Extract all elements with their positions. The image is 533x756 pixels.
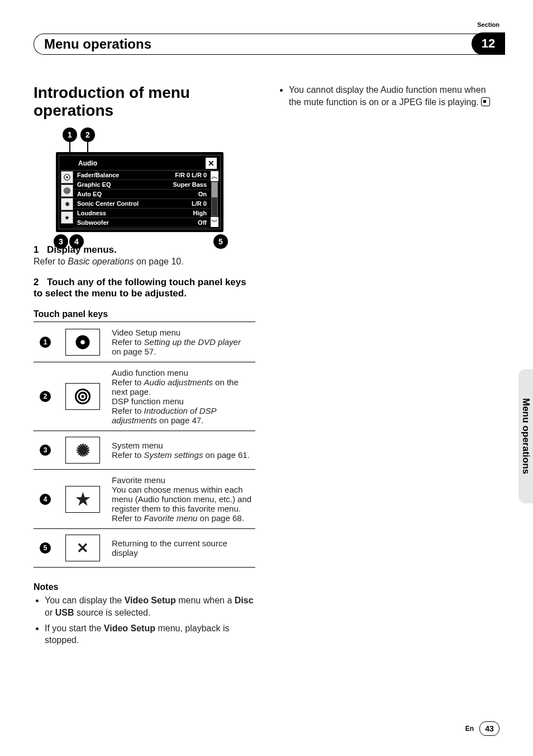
list-item[interactable]: Auto EQOn (74, 190, 210, 199)
touch-panel-keys-title: Touch panel keys (34, 309, 255, 319)
row-desc: System menu Refer to System settings on … (108, 431, 255, 470)
list-item[interactable]: LoudnessHigh (74, 209, 210, 218)
row-callout: 4 (40, 494, 51, 505)
video-setup-tab-icon[interactable] (61, 171, 73, 183)
system-tab-icon[interactable]: ✺ (61, 198, 73, 210)
table-row: 4 ★ Favorite menu You can choose menus w… (34, 470, 255, 529)
side-tab-label: Menu operations (520, 398, 531, 474)
ss-title: Audio (78, 159, 97, 167)
close-icon[interactable]: ✕ (206, 158, 217, 169)
row-desc: Returning to the current source display (108, 529, 255, 568)
right-note-item: You cannot display the Audio function me… (289, 84, 499, 109)
scroll-down-icon[interactable]: ︾ (211, 217, 218, 227)
favorite-tab-icon[interactable]: ★ (61, 211, 73, 224)
example-screenshot: 1 2 Audio ✕ (56, 127, 240, 234)
side-tab: Menu operations (518, 369, 533, 503)
header-pill: Menu operations (34, 34, 499, 55)
audio-function-menu-icon (65, 383, 100, 410)
callout-2: 2 (80, 127, 95, 142)
intro-heading: Introduction of menu operations (34, 84, 255, 120)
ss-scrollbar[interactable]: ︽ ︾ (210, 171, 219, 228)
notes-list: You can display the Video Setup menu whe… (34, 594, 255, 646)
table-row: 1 Video Setup menu Refer to Setting up t… (34, 322, 255, 362)
ss-list: Fader/BalanceF/R 0 L/R 0 Graphic EQSuper… (74, 171, 210, 228)
table-row: 3 ✺ System menu Refer to System settings… (34, 431, 255, 470)
footer-lang: En (465, 725, 474, 733)
step-2: 2Touch any of the following touch panel … (34, 277, 255, 299)
page-number: 43 (479, 721, 499, 736)
end-of-section-icon (481, 97, 490, 106)
audio-tab-icon[interactable] (61, 185, 73, 197)
notes-title: Notes (34, 582, 255, 592)
section-label: Section (477, 21, 499, 28)
callout-1: 1 (63, 127, 77, 142)
close-menu-icon: ✕ (65, 535, 100, 561)
row-desc: Video Setup menu Refer to Setting up the… (108, 322, 255, 362)
scroll-up-icon[interactable]: ︽ (211, 171, 218, 181)
svg-point-1 (66, 177, 68, 179)
favorite-menu-icon: ★ (65, 486, 100, 513)
note-item: If you start the Video Setup menu, playb… (45, 622, 255, 646)
header-bar: Section Menu operations 12 (34, 34, 499, 56)
table-row: 5 ✕ Returning to the current source disp… (34, 529, 255, 568)
list-item[interactable]: Fader/BalanceF/R 0 L/R 0 (74, 171, 210, 180)
row-callout: 2 (40, 391, 51, 402)
row-callout: 5 (40, 542, 51, 554)
list-item[interactable]: Graphic EQSuper Bass (74, 180, 210, 190)
row-desc: Favorite menu You can choose menus withi… (108, 470, 255, 529)
right-note-list: You cannot display the Audio function me… (278, 84, 499, 109)
row-desc: Audio function menu Refer to Audio adjus… (108, 362, 255, 431)
list-item[interactable]: SubwooferOff (74, 218, 210, 228)
header-title: Menu operations (44, 36, 151, 52)
list-item[interactable]: Sonic Center ControlL/R 0 (74, 199, 210, 209)
row-callout: 1 (40, 337, 51, 348)
row-callout: 3 (40, 445, 51, 456)
svg-point-4 (66, 190, 68, 191)
footer: En 43 (465, 721, 499, 736)
section-number-chip: 12 (472, 32, 505, 55)
video-setup-menu-icon (65, 329, 100, 356)
system-menu-icon: ✺ (65, 437, 100, 464)
touch-panel-keys-table: 1 Video Setup menu Refer to Setting up t… (34, 322, 255, 568)
note-item: You can display the Video Setup menu whe… (45, 594, 255, 618)
table-row: 2 Audio function menu Refer to Audio adj… (34, 362, 255, 431)
ss-sidebar: ✺ ★ (60, 171, 74, 228)
svg-point-9 (82, 395, 84, 398)
svg-point-6 (80, 340, 85, 344)
